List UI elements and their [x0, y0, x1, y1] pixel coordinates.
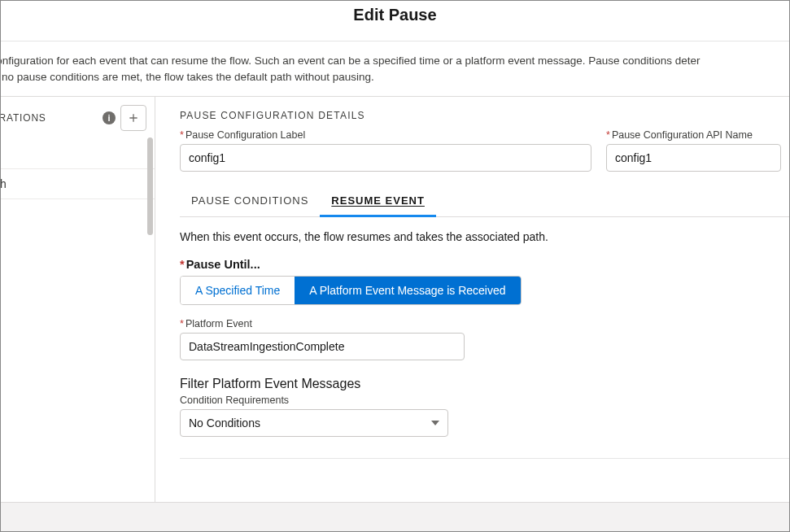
config-api-input[interactable] — [606, 144, 781, 172]
add-configuration-button[interactable] — [120, 105, 146, 131]
sidebar-scrollbar[interactable] — [147, 137, 153, 235]
sidebar-item-path[interactable]: Path — [1, 169, 155, 199]
sidebar-item-config1[interactable]: fig1 — [1, 139, 155, 169]
main-panel: PAUSE CONFIGURATION DETAILS Pause Config… — [155, 97, 789, 502]
platform-event-label: Platform Event — [180, 318, 789, 329]
config-label-label: Pause Configuration Label — [180, 129, 591, 141]
resume-note: When this event occurs, the flow resumes… — [180, 230, 789, 243]
option-specified-time[interactable]: A Specified Time — [181, 277, 295, 304]
chevron-down-icon — [431, 421, 439, 425]
filter-heading: Filter Platform Event Messages — [180, 377, 789, 391]
condition-req-label: Condition Requirements — [180, 395, 789, 406]
sidebar-heading: GURATIONS — [1, 112, 103, 124]
pause-until-label: Pause Until... — [180, 258, 789, 271]
config-label-input[interactable] — [180, 144, 591, 172]
config-api-label: Pause Configuration API Name — [606, 129, 781, 141]
modal-header: Edit Pause — [1, 1, 789, 31]
condition-req-select[interactable]: No Conditions — [180, 409, 448, 437]
modal-title: Edit Pause — [1, 6, 789, 24]
tab-pause-conditions[interactable]: PAUSE CONDITIONS — [180, 188, 320, 216]
condition-req-value: No Conditions — [189, 416, 260, 430]
plus-icon — [127, 111, 140, 124]
pause-until-toggle: A Specified Time A Platform Event Messag… — [180, 276, 522, 305]
configurations-sidebar: GURATIONS i fig1 Path — [1, 97, 155, 502]
tab-resume-event[interactable]: RESUME EVENT — [320, 188, 436, 217]
tabs: PAUSE CONDITIONS RESUME EVENT — [180, 188, 789, 217]
section-title: PAUSE CONFIGURATION DETAILS — [180, 110, 789, 121]
platform-event-input[interactable] — [180, 333, 465, 360]
modal-footer — [1, 502, 789, 531]
option-platform-event[interactable]: A Platform Event Message is Received — [295, 277, 520, 304]
info-icon[interactable]: i — [103, 111, 116, 124]
description-text: use configuration for each event that ca… — [0, 41, 789, 96]
